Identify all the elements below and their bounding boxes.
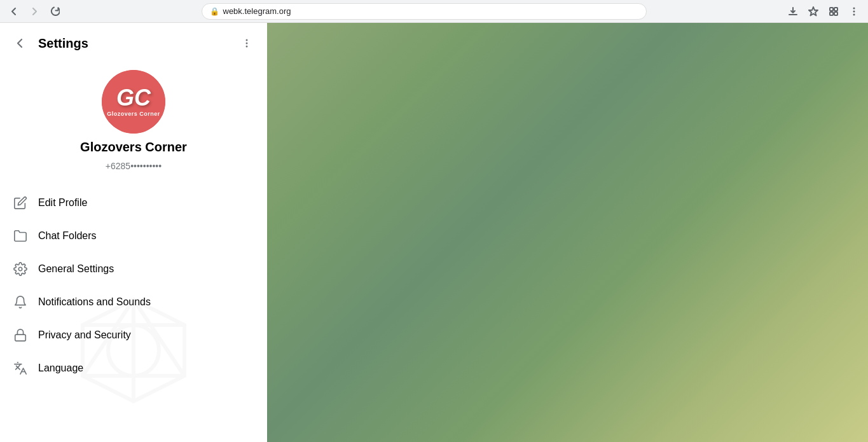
svg-point-8 xyxy=(246,39,248,41)
settings-header: Settings xyxy=(0,23,267,64)
address-bar[interactable]: 🔒 webk.telegram.org xyxy=(202,3,647,20)
settings-title: Settings xyxy=(38,36,88,51)
svg-point-11 xyxy=(18,267,22,271)
svg-point-6 xyxy=(853,10,855,12)
svg-rect-3 xyxy=(830,12,833,15)
settings-panel: Settings GC Glozovers Corner Glozovers C… xyxy=(0,23,267,442)
browser-actions xyxy=(784,3,863,20)
lock-icon xyxy=(13,328,28,343)
avatar-initials: GC xyxy=(116,86,151,109)
right-panel xyxy=(267,23,868,442)
svg-point-5 xyxy=(853,7,855,9)
menu-item-privacy[interactable]: Privacy and Security xyxy=(0,319,267,352)
avatar-channel-name: Glozovers Corner xyxy=(107,111,160,117)
chrome-menu-button[interactable] xyxy=(845,3,863,20)
bell-icon xyxy=(13,294,28,310)
svg-rect-1 xyxy=(830,8,833,11)
menu-item-notifications[interactable]: Notifications and Sounds xyxy=(0,286,267,319)
extensions-button[interactable] xyxy=(825,3,843,20)
menu-list: Edit Profile Chat Folders General Settin… xyxy=(0,186,267,442)
menu-item-language[interactable]: Language xyxy=(0,352,267,385)
more-options-button[interactable] xyxy=(237,33,257,53)
main-content: Settings GC Glozovers Corner Glozovers C… xyxy=(0,23,868,442)
menu-item-general-settings[interactable]: General Settings xyxy=(0,252,267,286)
lock-security-icon: 🔒 xyxy=(210,7,219,16)
url-text: webk.telegram.org xyxy=(223,6,291,16)
gear-icon xyxy=(13,261,28,277)
download-button[interactable] xyxy=(784,3,802,20)
chat-folders-label: Chat Folders xyxy=(38,230,97,242)
nav-buttons xyxy=(5,3,64,20)
reload-button[interactable] xyxy=(46,3,64,20)
folder-icon xyxy=(13,228,28,244)
avatar-inner: GC Glozovers Corner xyxy=(102,70,165,134)
profile-phone: +6285•••••••••• xyxy=(106,161,162,171)
svg-rect-2 xyxy=(834,8,837,11)
settings-header-left: Settings xyxy=(10,33,88,53)
avatar[interactable]: GC Glozovers Corner xyxy=(102,70,165,134)
svg-point-10 xyxy=(246,46,248,48)
forward-nav-button[interactable] xyxy=(25,3,43,20)
browser-chrome: 🔒 webk.telegram.org xyxy=(0,0,868,23)
notifications-label: Notifications and Sounds xyxy=(38,296,151,308)
svg-point-9 xyxy=(246,43,248,45)
menu-item-edit-profile[interactable]: Edit Profile xyxy=(0,186,267,219)
language-label: Language xyxy=(38,363,83,374)
svg-point-7 xyxy=(853,13,855,15)
profile-section: GC Glozovers Corner Glozovers Corner +62… xyxy=(0,64,267,186)
general-settings-label: General Settings xyxy=(38,263,114,275)
svg-rect-4 xyxy=(834,12,837,15)
back-nav-button[interactable] xyxy=(5,3,23,20)
privacy-label: Privacy and Security xyxy=(38,329,131,341)
bookmark-button[interactable] xyxy=(804,3,822,20)
translate-icon xyxy=(13,361,28,376)
menu-item-chat-folders[interactable]: Chat Folders xyxy=(0,219,267,252)
svg-rect-12 xyxy=(15,335,26,341)
profile-name: Glozovers Corner xyxy=(80,140,187,155)
pencil-icon xyxy=(13,195,28,211)
edit-profile-label: Edit Profile xyxy=(38,197,87,209)
back-button[interactable] xyxy=(10,33,31,53)
svg-marker-0 xyxy=(809,7,818,16)
